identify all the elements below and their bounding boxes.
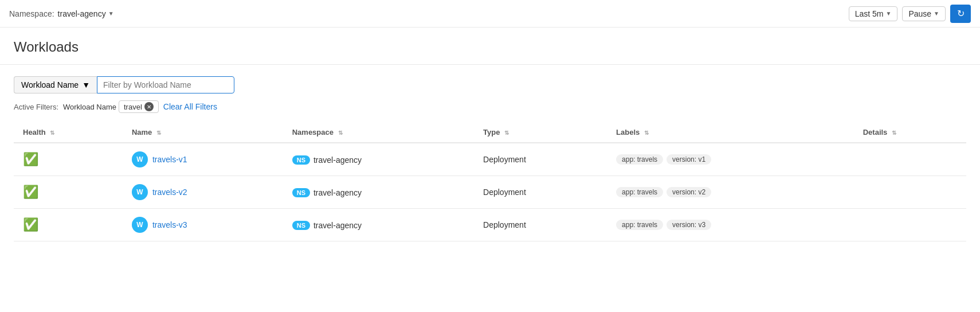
label-tag: version: v2 xyxy=(667,187,711,197)
health-ok-icon: ✅ xyxy=(23,152,38,166)
workload-badge: W xyxy=(132,184,148,200)
pause-chevron-icon: ▼ xyxy=(934,10,939,17)
health-sort-icon[interactable]: ⇅ xyxy=(50,130,54,136)
type-cell: Deployment xyxy=(474,176,607,209)
col-details: Details ⇅ xyxy=(854,122,966,143)
labels-cell: app: travelsversion: v3 xyxy=(607,209,854,241)
table-row: ✅ W travels-v2 NS travel-agency Deployme… xyxy=(14,176,966,209)
label-tag: app: travels xyxy=(616,187,663,197)
page-header: Workloads xyxy=(0,28,980,65)
type-sort-icon[interactable]: ⇅ xyxy=(504,130,509,136)
content: Workload Name ▼ Active Filters: Workload… xyxy=(0,65,980,253)
filter-chip-value: travel xyxy=(124,103,142,111)
details-sort-icon[interactable]: ⇅ xyxy=(892,130,896,136)
labels-cell: app: travelsversion: v1 xyxy=(607,143,854,176)
health-ok-icon: ✅ xyxy=(23,217,38,232)
workload-badge: W xyxy=(132,151,148,167)
namespace-value: travel-agency xyxy=(313,188,362,197)
namespace-cell: NS travel-agency xyxy=(283,209,474,241)
filter-chip-label: Workload Name xyxy=(63,103,116,111)
details-cell xyxy=(854,143,966,176)
filter-input[interactable] xyxy=(97,76,234,93)
filter-bar: Workload Name ▼ xyxy=(14,76,966,93)
name-cell: W travels-v2 xyxy=(123,176,283,209)
label-tag: version: v1 xyxy=(667,154,711,165)
page-title: Workloads xyxy=(14,39,966,55)
workload-badge: W xyxy=(132,217,148,233)
namespace-label: Namespace: xyxy=(9,9,54,18)
workload-link[interactable]: travels-v2 xyxy=(152,188,187,197)
time-chevron-icon: ▼ xyxy=(885,10,891,17)
name-cell: W travels-v3 xyxy=(123,209,283,241)
label-tag: app: travels xyxy=(616,220,663,230)
health-ok-icon: ✅ xyxy=(23,185,38,199)
time-range-value: Last 5m xyxy=(855,9,884,18)
clear-all-filters-button[interactable]: Clear All Filters xyxy=(163,102,217,111)
name-cell: W travels-v1 xyxy=(123,143,283,176)
namespace-selector: Namespace: travel-agency ▼ xyxy=(9,9,114,18)
namespace-cell: NS travel-agency xyxy=(283,176,474,209)
filter-chip-group: Workload Name travel ✕ xyxy=(63,100,159,113)
filter-type-label: Workload Name xyxy=(21,80,79,89)
health-cell: ✅ xyxy=(14,176,123,209)
ns-pill: NS xyxy=(292,155,310,165)
pause-selector[interactable]: Pause ▼ xyxy=(902,6,946,21)
refresh-button[interactable]: ↻ xyxy=(950,5,971,23)
filter-chip-remove-button[interactable]: ✕ xyxy=(144,102,154,111)
labels-sort-icon[interactable]: ⇅ xyxy=(644,130,649,136)
pause-label: Pause xyxy=(908,9,931,18)
col-labels: Labels ⇅ xyxy=(607,122,854,143)
workloads-table: Health ⇅ Name ⇅ Namespace ⇅ Type ⇅ Label… xyxy=(14,122,966,241)
namespace-cell: NS travel-agency xyxy=(283,143,474,176)
type-cell: Deployment xyxy=(474,143,607,176)
col-health: Health ⇅ xyxy=(14,122,123,143)
health-cell: ✅ xyxy=(14,209,123,241)
filter-type-button[interactable]: Workload Name ▼ xyxy=(14,76,97,93)
time-range-selector[interactable]: Last 5m ▼ xyxy=(849,6,898,21)
namespace-value: travel-agency xyxy=(313,155,362,165)
table-header-row: Health ⇅ Name ⇅ Namespace ⇅ Type ⇅ Label… xyxy=(14,122,966,143)
labels-cell: app: travelsversion: v2 xyxy=(607,176,854,209)
active-filters: Active Filters: Workload Name travel ✕ C… xyxy=(14,100,966,113)
namespace-value: travel-agency xyxy=(58,9,106,18)
name-sort-icon[interactable]: ⇅ xyxy=(156,130,161,136)
namespace-value: travel-agency xyxy=(313,221,362,230)
refresh-icon: ↻ xyxy=(957,8,965,19)
workload-link[interactable]: travels-v1 xyxy=(152,155,187,164)
health-cell: ✅ xyxy=(14,143,123,176)
namespace-sort-icon[interactable]: ⇅ xyxy=(338,130,343,136)
filter-chip: travel ✕ xyxy=(119,100,159,113)
namespace-dropdown[interactable]: travel-agency ▼ xyxy=(58,9,114,18)
col-namespace: Namespace ⇅ xyxy=(283,122,474,143)
table-row: ✅ W travels-v3 NS travel-agency Deployme… xyxy=(14,209,966,241)
col-type: Type ⇅ xyxy=(474,122,607,143)
ns-pill: NS xyxy=(292,188,310,197)
top-bar-right: Last 5m ▼ Pause ▼ ↻ xyxy=(849,5,971,23)
label-tag: version: v3 xyxy=(667,220,711,230)
table-body: ✅ W travels-v1 NS travel-agency Deployme… xyxy=(14,143,966,241)
col-name: Name ⇅ xyxy=(123,122,283,143)
details-cell xyxy=(854,209,966,241)
chevron-down-icon: ▼ xyxy=(108,10,114,17)
label-tag: app: travels xyxy=(616,154,663,165)
active-filters-label: Active Filters: xyxy=(14,103,58,111)
ns-pill: NS xyxy=(292,221,310,230)
details-cell xyxy=(854,176,966,209)
table-header: Health ⇅ Name ⇅ Namespace ⇅ Type ⇅ Label… xyxy=(14,122,966,143)
table-row: ✅ W travels-v1 NS travel-agency Deployme… xyxy=(14,143,966,176)
type-cell: Deployment xyxy=(474,209,607,241)
workload-link[interactable]: travels-v3 xyxy=(152,220,187,229)
top-bar: Namespace: travel-agency ▼ Last 5m ▼ Pau… xyxy=(0,0,980,28)
filter-type-chevron-icon: ▼ xyxy=(82,80,90,89)
